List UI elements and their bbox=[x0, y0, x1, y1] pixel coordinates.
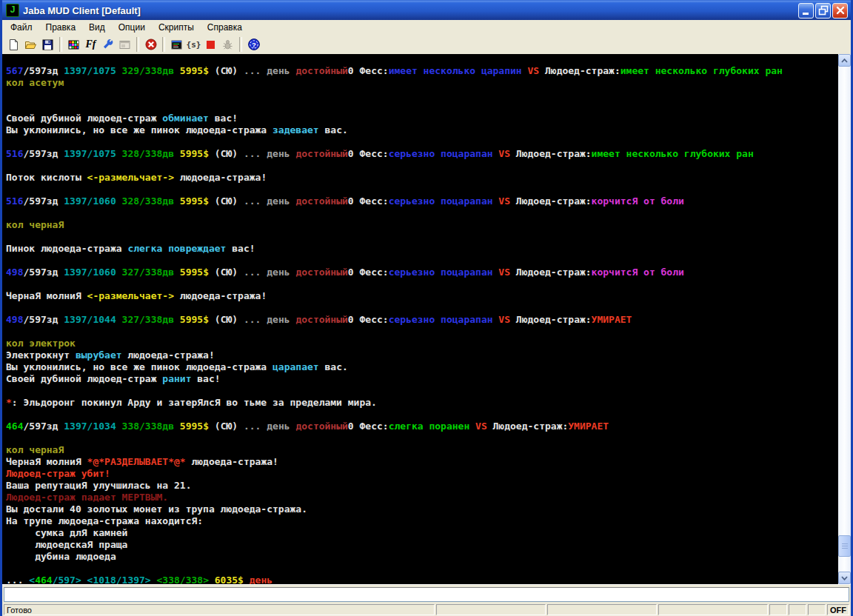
terminal-line bbox=[6, 409, 838, 421]
color-palette-button[interactable] bbox=[65, 36, 82, 53]
terminal-line: Вы уклонились, но все же пинок людоеда-с… bbox=[6, 124, 838, 136]
terminal-line bbox=[6, 278, 838, 290]
window-options-button[interactable] bbox=[116, 36, 133, 53]
status-ready-text: Готово bbox=[7, 606, 32, 615]
terminal-line: Людоед-страж убит! bbox=[6, 468, 838, 480]
terminal-line bbox=[6, 101, 838, 113]
scrollbar-track[interactable] bbox=[838, 67, 851, 572]
restore-button[interactable] bbox=[815, 3, 831, 19]
terminal-line: Своей дубиной людоед-страж обминает вас! bbox=[6, 113, 838, 124]
terminal-line: Вы уклонились, но все же пинок людоеда-с… bbox=[6, 361, 838, 373]
menu-help[interactable]: Справка bbox=[201, 21, 249, 34]
close-button[interactable] bbox=[832, 3, 848, 19]
terminal-line: 498/597зд 1397/1044 327/338дв 5995$ (СЮ)… bbox=[6, 314, 838, 326]
thumb-grip bbox=[842, 543, 848, 549]
vertical-scrollbar[interactable] bbox=[838, 54, 851, 584]
settings-button[interactable] bbox=[99, 36, 116, 53]
status-panel-2 bbox=[547, 604, 657, 615]
terminal-line bbox=[6, 184, 838, 195]
open-file-button[interactable] bbox=[22, 36, 39, 53]
disconnect-icon bbox=[144, 38, 158, 51]
terminal-line: 498/597зд 1397/1060 327/338дв 5995$ (СЮ)… bbox=[6, 267, 838, 278]
terminal-line bbox=[6, 563, 838, 575]
terminal-line: На трупе людоеда-стража находитсЯ: bbox=[6, 515, 838, 527]
scrollbar-thumb[interactable] bbox=[838, 535, 851, 557]
terminal-line bbox=[6, 385, 838, 397]
terminal-line: сумка длЯ камней bbox=[6, 527, 838, 539]
terminal-line: 516/597зд 1397/1075 328/338дв 5995$ (СЮ)… bbox=[6, 148, 838, 160]
terminal-line: людоедскаЯ праща bbox=[6, 539, 838, 551]
window-options-icon bbox=[118, 38, 131, 51]
status-panel-3 bbox=[658, 604, 768, 615]
font-icon: Ff bbox=[86, 38, 96, 50]
terminal-line: ... <464/597> <1018/1397> <338/338> 6035… bbox=[6, 575, 838, 584]
terminal-line: *: Эльдоронг покинул Арду и затерЯлсЯ во… bbox=[6, 397, 838, 409]
menu-edit[interactable]: Правка bbox=[39, 21, 83, 34]
menu-file[interactable]: Файл bbox=[4, 21, 39, 34]
minimize-button[interactable] bbox=[798, 3, 814, 19]
terminal-area: 567/597зд 1397/1075 329/338дв 5995$ (СЮ)… bbox=[2, 54, 851, 584]
scroll-down-button[interactable] bbox=[838, 572, 851, 584]
terminal-line: Поток кислоты <-размельчает-> людоеда-ст… bbox=[6, 172, 838, 184]
terminal-line bbox=[6, 160, 838, 172]
console-log-button[interactable] bbox=[168, 36, 185, 53]
console-log-icon bbox=[170, 38, 183, 51]
terminal-line: дубина людоеда bbox=[6, 551, 838, 563]
new-file-button[interactable] bbox=[5, 36, 22, 53]
title-bar[interactable]: J Jaba MUD Client [Default] bbox=[2, 0, 851, 20]
save-floppy-icon bbox=[41, 38, 54, 51]
scroll-up-button[interactable] bbox=[838, 54, 851, 67]
debug-button[interactable] bbox=[219, 36, 236, 53]
terminal-line bbox=[6, 89, 838, 101]
terminal-line bbox=[6, 231, 838, 243]
terminal-line: кол электрок bbox=[6, 338, 838, 349]
terminal-line: Ваша репутациЯ улучшилась на 21. bbox=[6, 480, 838, 492]
input-row bbox=[2, 584, 851, 604]
record-stop-button[interactable] bbox=[202, 36, 219, 53]
terminal-line: 516/597зд 1397/1060 328/338дв 5995$ (СЮ)… bbox=[6, 195, 838, 207]
status-off-text: OFF bbox=[830, 606, 846, 615]
terminal-line: кол асетум bbox=[6, 77, 838, 89]
scripts-button[interactable]: {s} bbox=[185, 36, 202, 53]
terminal-line bbox=[6, 207, 838, 219]
terminal-line: Своей дубиной людоед-страж ранит вас! bbox=[6, 373, 838, 385]
toolbar-separator bbox=[136, 37, 139, 52]
svg-text:?: ? bbox=[252, 41, 256, 49]
close-icon bbox=[834, 4, 846, 16]
terminal-line: Электрокнут вырубает людоеда-стража! bbox=[6, 349, 838, 361]
terminal-line bbox=[6, 302, 838, 314]
menu-view[interactable]: Вид bbox=[82, 21, 112, 34]
toolbar-separator bbox=[239, 37, 242, 52]
app-window: J Jaba MUD Client [Default] Файл Правка … bbox=[0, 0, 853, 616]
status-off-indicator: OFF bbox=[827, 604, 849, 615]
status-cell-1 bbox=[769, 604, 787, 615]
terminal-line: 567/597зд 1397/1075 329/338дв 5995$ (СЮ)… bbox=[6, 65, 838, 77]
red-square-icon bbox=[204, 38, 217, 51]
terminal-line: Людоед-страж падает МЕРТВЫМ. bbox=[6, 492, 838, 503]
terminal-line: 464/597зд 1397/1034 338/338дв 5995$ (СЮ)… bbox=[6, 421, 838, 432]
terminal-line: кол чернаЯ bbox=[6, 444, 838, 456]
disconnect-button[interactable] bbox=[142, 36, 159, 53]
help-button[interactable]: ? bbox=[245, 36, 262, 53]
status-panel-1 bbox=[436, 604, 546, 615]
terminal-line: ЧернаЯ молниЯ <-размельчает-> людоеда-ст… bbox=[6, 290, 838, 302]
status-cell-3 bbox=[808, 604, 826, 615]
terminal-line: кол чернаЯ bbox=[6, 219, 838, 231]
menu-options[interactable]: Опции bbox=[112, 21, 152, 34]
status-cell-2 bbox=[789, 604, 806, 615]
status-bar: Готово OFF bbox=[2, 604, 851, 616]
command-input[interactable] bbox=[4, 587, 849, 602]
save-button[interactable] bbox=[39, 36, 56, 53]
terminal-line: Вы достали 40 золотых монет из трупа люд… bbox=[6, 503, 838, 515]
terminal-line: Пинок людоеда-стража слегка повреждает в… bbox=[6, 243, 838, 255]
minimize-icon bbox=[800, 4, 812, 16]
new-file-icon bbox=[7, 38, 20, 51]
chevron-down-icon bbox=[841, 576, 848, 580]
toolbar: Ff bbox=[2, 35, 851, 54]
menu-scripts[interactable]: Скрипты bbox=[152, 21, 201, 34]
window-title: Jaba MUD Client [Default] bbox=[23, 5, 797, 16]
wrench-icon bbox=[101, 38, 114, 51]
terminal-output: 567/597зд 1397/1075 329/338дв 5995$ (СЮ)… bbox=[2, 54, 838, 584]
font-button[interactable]: Ff bbox=[82, 36, 99, 53]
app-icon: J bbox=[6, 4, 19, 17]
